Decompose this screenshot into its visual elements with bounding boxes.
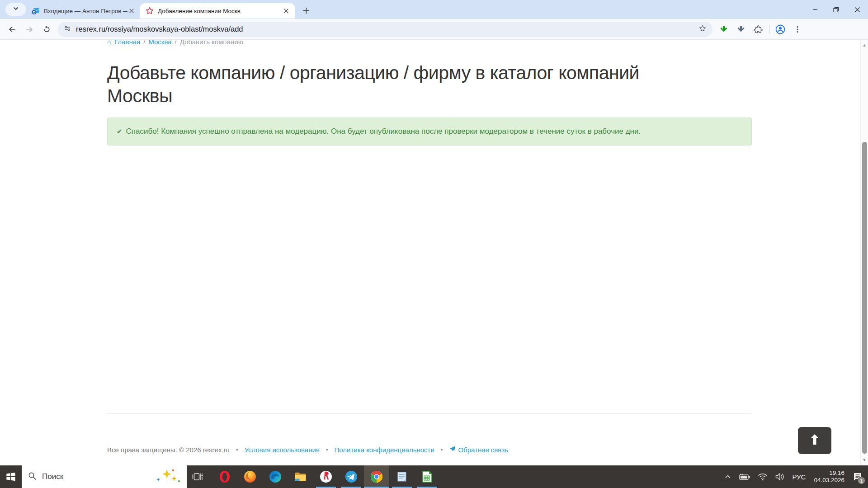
taskbar-search-input[interactable]: Поиск [22, 465, 187, 488]
tab-title: Добавление компании Москв [158, 8, 282, 14]
address-bar[interactable]: resrex.ru/rossiya/moskovskaya-oblast/mos… [58, 22, 712, 37]
system-tray: РУС 19:16 04.03.2026 1 [722, 465, 868, 488]
taskbar-app-chrome[interactable] [364, 465, 389, 488]
window-controls [804, 0, 868, 19]
tray-clock[interactable]: 19:16 04.03.2026 [810, 469, 848, 484]
battery-icon[interactable] [736, 465, 753, 488]
language-indicator[interactable]: РУС [789, 465, 808, 488]
feedback-link[interactable]: Обратная связь [449, 446, 508, 454]
taskbar-app-yandex-browser[interactable] [313, 465, 339, 488]
bookmark-star-icon[interactable] [698, 24, 707, 35]
tab-close-icon[interactable] [282, 7, 290, 15]
wifi-icon[interactable] [755, 465, 770, 488]
breadcrumb-current: Добавить компанию [180, 40, 243, 47]
taskbar-app-libreoffice-calc[interactable] [415, 465, 440, 488]
taskbar-app-firefox[interactable] [237, 465, 263, 488]
browser-tab-strip: Входящие — Антон Петров — Добавление ком… [0, 0, 868, 19]
terms-link[interactable]: Условия использования [245, 446, 320, 454]
tab-mail-inbox[interactable]: Входящие — Антон Петров — [26, 3, 140, 19]
outlook-icon [32, 7, 40, 15]
success-alert-text: Спасибо! Компания успешно отправлена на … [126, 127, 641, 136]
taskbar-app-opera[interactable] [212, 465, 237, 488]
scrollbar-thumb[interactable] [862, 142, 867, 454]
tab-title: Входящие — Антон Петров — [44, 8, 127, 14]
taskbar: Поиск [0, 465, 868, 488]
volume-icon[interactable] [772, 465, 788, 488]
notification-center-button[interactable]: 1 [850, 465, 865, 488]
toolbar-divider [769, 25, 769, 34]
toolbar-actions [715, 22, 806, 37]
privacy-policy-link[interactable]: Политика конфиденциальности [335, 446, 434, 454]
taskbar-app-file-explorer[interactable] [288, 465, 313, 488]
profile-avatar[interactable] [773, 22, 788, 37]
scrollbar-down-icon[interactable]: ▼ [861, 456, 868, 464]
tab-close-icon[interactable] [127, 7, 136, 15]
tab-search-button[interactable] [5, 3, 26, 16]
tab-add-company[interactable]: Добавление компании Москв [140, 3, 295, 19]
success-alert: ✔Спасибо! Компания успешно отправлена на… [107, 117, 752, 145]
scrollbar-up-icon[interactable]: ▲ [861, 42, 868, 49]
start-button[interactable] [0, 465, 22, 488]
copyright-text: Все права защищены. © 2026 resrex.ru [107, 446, 230, 454]
save-video-extension-icon[interactable] [717, 22, 731, 37]
back-button[interactable] [5, 22, 20, 37]
restore-button[interactable] [826, 0, 847, 19]
paper-plane-icon [449, 446, 456, 454]
forward-button[interactable] [22, 22, 37, 37]
breadcrumb-separator: / [175, 40, 177, 47]
minimize-button[interactable] [804, 0, 826, 19]
tray-time: 19:16 [814, 469, 844, 477]
footer-separator: • [236, 446, 238, 453]
chevron-down-icon [13, 5, 19, 14]
taskbar-app-notepad[interactable] [389, 465, 415, 488]
footer-separator: • [326, 446, 328, 453]
taskbar-app-edge[interactable] [263, 465, 288, 488]
breadcrumb-separator: / [143, 40, 145, 47]
screen: Входящие — Антон Петров — Добавление ком… [0, 0, 868, 488]
tray-expand-chevron-icon[interactable] [722, 465, 734, 488]
page-title: Добавьте компанию / организацию / фирму … [107, 61, 686, 108]
downloads-icon[interactable] [734, 22, 748, 37]
new-tab-button[interactable] [299, 4, 313, 17]
taskbar-app-telegram[interactable] [339, 465, 364, 488]
browser-toolbar: resrex.ru/rossiya/moskovskaya-oblast/mos… [0, 19, 868, 40]
close-window-button[interactable] [847, 0, 868, 19]
reload-button[interactable] [39, 22, 54, 37]
footer-divider [107, 413, 752, 414]
site-settings-icon[interactable] [63, 24, 71, 34]
site-footer: Все права защищены. © 2026 resrex.ru • У… [107, 446, 752, 454]
breadcrumb-city-link[interactable]: Москва [148, 40, 171, 47]
url-text[interactable]: resrex.ru/rossiya/moskovskaya-oblast/mos… [76, 25, 698, 33]
search-placeholder: Поиск [42, 472, 153, 481]
taskbar-apps [212, 465, 440, 488]
extensions-icon[interactable] [751, 22, 765, 37]
browser-scrollbar[interactable]: ▲ ▼ [860, 40, 868, 465]
breadcrumb: ⌂ Главная / Москва / Добавить компанию [107, 40, 752, 47]
home-icon: ⌂ [107, 40, 111, 47]
star-favicon-icon [146, 7, 154, 15]
task-view-button[interactable] [187, 465, 208, 488]
breadcrumb-home-link[interactable]: Главная [114, 40, 140, 47]
search-highlights-sparkle-icon [153, 468, 182, 486]
arrow-up-icon [809, 434, 820, 447]
browser-menu-icon[interactable] [790, 22, 805, 37]
page-viewport: ⌂ Главная / Москва / Добавить компанию Д… [0, 40, 860, 465]
search-icon [28, 472, 37, 482]
notification-badge: 1 [858, 477, 865, 484]
check-icon: ✔ [117, 127, 123, 135]
footer-separator: • [441, 446, 443, 453]
scroll-to-top-button[interactable] [798, 427, 831, 454]
tray-date: 04.03.2026 [814, 477, 844, 484]
